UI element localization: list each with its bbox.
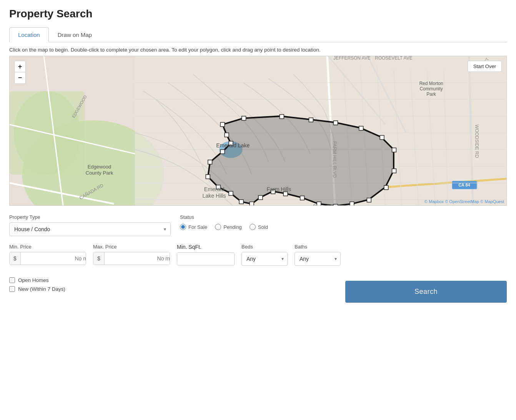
min-price-input[interactable] (21, 252, 86, 265)
svg-text:Stulsaft Park: Stulsaft Park (313, 203, 341, 205)
status-pending-option[interactable]: Pending (215, 224, 242, 230)
open-homes-label: Open Homes (18, 277, 49, 283)
start-over-button[interactable]: Start Over (468, 61, 502, 72)
beds-select[interactable]: Any 1+ 2+ 3+ 4+ 5+ (241, 252, 288, 266)
svg-text:Community: Community (419, 86, 443, 92)
svg-rect-57 (208, 160, 212, 164)
search-form: Property Type House / Condo Single Famil… (9, 214, 507, 303)
svg-rect-37 (309, 118, 313, 122)
baths-select[interactable]: Any 1+ 2+ 3+ 4+ (295, 252, 341, 266)
status-for-sale-radio[interactable] (180, 224, 186, 230)
page-title: Property Search (9, 8, 507, 20)
property-type-select[interactable]: House / Condo Single Family Condo Townho… (9, 222, 171, 236)
min-sqft-label: Min. SqFt. (177, 244, 235, 250)
status-radio-row: For Sale Pending Sold (180, 224, 507, 230)
svg-rect-51 (258, 195, 263, 200)
property-status-row: Property Type House / Condo Single Famil… (9, 214, 507, 236)
max-price-label: Max. Price (93, 244, 170, 250)
min-price-dollar-sign: $ (10, 252, 21, 265)
svg-rect-48 (300, 196, 305, 200)
new-7days-label: New (Within 7 Days) (18, 286, 65, 292)
svg-text:Lake Hills: Lake Hills (202, 193, 226, 199)
status-sold-label: Sold (258, 224, 268, 230)
svg-rect-40 (380, 135, 384, 140)
zoom-in-button[interactable]: + (14, 61, 26, 72)
zoom-out-button[interactable]: − (14, 72, 26, 84)
svg-text:Edgewood: Edgewood (88, 164, 112, 170)
svg-rect-39 (359, 126, 363, 130)
property-type-label: Property Type (9, 214, 171, 220)
svg-rect-60 (225, 133, 229, 137)
status-pending-radio[interactable] (215, 224, 221, 230)
min-sqft-input-wrap (177, 252, 235, 265)
svg-rect-56 (206, 175, 210, 179)
svg-text:WOODSIDE RD: WOODSIDE RD (474, 125, 479, 158)
svg-rect-36 (280, 115, 284, 119)
max-price-input-wrap: $ (93, 252, 170, 265)
svg-text:Emerald: Emerald (204, 186, 225, 192)
map-container[interactable]: CA 84 (9, 56, 507, 206)
min-sqft-input[interactable] (177, 253, 235, 265)
baths-label: Baths (295, 244, 341, 250)
open-homes-option[interactable]: Open Homes (9, 277, 65, 283)
svg-rect-43 (384, 185, 388, 190)
svg-text:CA 84: CA 84 (458, 183, 470, 187)
svg-rect-44 (367, 198, 371, 202)
min-price-group: Min. Price $ (9, 244, 86, 265)
tabs-container: Location Draw on Map (9, 27, 507, 42)
min-sqft-group: Min. SqFt. (177, 244, 235, 265)
map-zoom-controls: + − (14, 61, 26, 84)
svg-text:Farm Hills: Farm Hills (267, 186, 291, 192)
svg-text:Park: Park (426, 92, 436, 97)
svg-text:Emerald Lake: Emerald Lake (216, 142, 250, 148)
property-type-group: Property Type House / Condo Single Famil… (9, 214, 171, 236)
min-price-input-wrap: $ (9, 252, 86, 265)
svg-rect-58 (220, 150, 225, 154)
status-group: Status For Sale Pending Sold (180, 214, 507, 230)
beds-select-wrapper: Any 1+ 2+ 3+ 4+ 5+ ▾ (241, 252, 288, 266)
max-price-input[interactable] (105, 252, 170, 265)
baths-group: Baths Any 1+ 2+ 3+ 4+ ▾ (295, 244, 341, 266)
max-price-dollar-sign: $ (93, 252, 105, 265)
svg-text:JEFFERSON AVE: JEFFERSON AVE (333, 56, 371, 61)
svg-rect-35 (242, 116, 246, 120)
svg-rect-34 (220, 122, 225, 127)
new-7days-option[interactable]: New (Within 7 Days) (9, 286, 65, 292)
map-attribution: © Mapbox © OpenStreetMap © MapQuest (424, 199, 504, 204)
status-pending-label: Pending (223, 224, 242, 230)
status-for-sale-option[interactable]: For Sale (180, 224, 207, 230)
price-row: Min. Price $ Max. Price $ Min. SqFt. Bed… (9, 244, 507, 266)
svg-text:Red Morton: Red Morton (419, 81, 443, 86)
status-sold-radio[interactable] (250, 224, 256, 230)
map-instruction: Click on the map to begin. Double-click … (9, 47, 507, 53)
min-price-label: Min. Price (9, 244, 86, 250)
property-type-select-wrapper: House / Condo Single Family Condo Townho… (9, 222, 171, 236)
svg-marker-33 (208, 116, 394, 205)
search-button[interactable]: Search (345, 281, 507, 303)
beds-label: Beds (241, 244, 288, 250)
new-7days-checkbox[interactable] (9, 286, 15, 292)
svg-rect-52 (250, 202, 254, 205)
svg-text:County Park: County Park (86, 170, 113, 176)
bottom-row: Open Homes New (Within 7 Days) Search (9, 273, 507, 303)
open-homes-checkbox[interactable] (9, 277, 15, 283)
svg-rect-38 (334, 121, 338, 125)
svg-rect-42 (392, 169, 396, 173)
svg-rect-41 (392, 148, 396, 152)
baths-select-wrapper: Any 1+ 2+ 3+ 4+ ▾ (295, 252, 341, 266)
status-label: Status (180, 214, 507, 220)
checkbox-section: Open Homes New (Within 7 Days) (9, 277, 65, 295)
status-sold-option[interactable]: Sold (250, 224, 268, 230)
svg-text:FARM HILL BLVD: FARM HILL BLVD (332, 141, 337, 178)
svg-rect-53 (239, 200, 243, 204)
max-price-group: Max. Price $ (93, 244, 170, 265)
tab-location[interactable]: Location (9, 27, 49, 42)
beds-group: Beds Any 1+ 2+ 3+ 4+ 5+ ▾ (241, 244, 288, 266)
status-for-sale-label: For Sale (188, 224, 207, 230)
svg-rect-45 (350, 202, 354, 205)
svg-rect-54 (229, 191, 233, 195)
tab-draw-on-map[interactable]: Draw on Map (49, 27, 101, 42)
svg-text:ROOSEVELT AVE: ROOSEVELT AVE (375, 56, 413, 61)
